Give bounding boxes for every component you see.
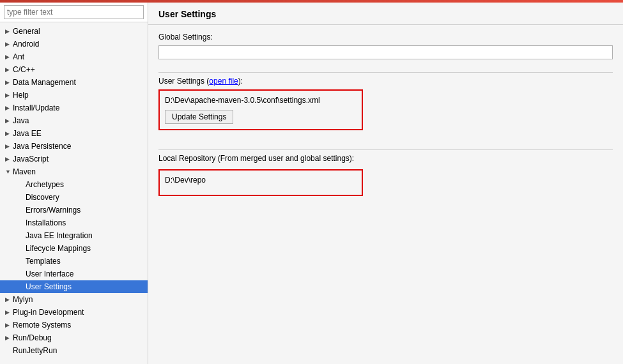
help-arrow-icon: ▶ [5, 92, 13, 98]
sidebar-item-errors-warnings[interactable]: Errors/Warnings [0, 204, 148, 216]
sidebar-item-maven[interactable]: ▼Maven [0, 165, 148, 178]
sidebar-item-runjettyrun[interactable]: RunJettyRun [0, 344, 148, 357]
android-arrow-icon: ▶ [5, 41, 13, 47]
sidebar-item-label-help: Help [13, 91, 148, 100]
sidebar-item-plug-in-development[interactable]: ▶Plug-in Development [0, 306, 148, 319]
sidebar-item-remote-systems[interactable]: ▶Remote Systems [0, 319, 148, 331]
content-panel: User Settings Global Settings: User Sett… [148, 3, 623, 364]
sidebar-item-label-run-debug: Run/Debug [13, 333, 148, 342]
local-repo-label: Local Repository (From merged user and g… [158, 154, 613, 163]
sidebar-item-label-java: Java [13, 116, 148, 125]
filter-input[interactable] [4, 5, 144, 19]
user-settings-box: D:\Dev\apache-maven-3.0.5\conf\settings.… [158, 89, 363, 130]
sidebar-item-java[interactable]: ▶Java [0, 114, 148, 127]
sidebar-item-label-user-interface: User Interface [26, 269, 148, 278]
java-arrow-icon: ▶ [5, 118, 13, 124]
sidebar-item-cpp[interactable]: ▶C/C++ [0, 63, 148, 76]
content-body: Global Settings: User Settings (open fil… [148, 25, 623, 364]
sidebar-item-data-management[interactable]: ▶Data Management [0, 76, 148, 89]
sidebar-item-label-data-management: Data Management [13, 78, 148, 87]
sidebar-item-label-templates: Templates [26, 257, 148, 266]
sidebar-item-label-install-update: Install/Update [13, 103, 148, 112]
local-repo-box: D:\Dev\repo [158, 169, 363, 196]
sidebar-item-label-user-settings: User Settings [26, 282, 148, 291]
run-debug-arrow-icon: ▶ [5, 335, 13, 341]
sidebar-item-label-java-ee: Java EE [13, 129, 148, 138]
divider2 [158, 149, 613, 150]
maven-arrow-icon: ▼ [5, 169, 13, 175]
sidebar-item-label-ant: Ant [13, 52, 148, 61]
sidebar-item-label-javascript: JavaScript [13, 155, 148, 163]
local-repo-path: D:\Dev\repo [165, 176, 357, 185]
sidebar-item-installations[interactable]: Installations [0, 216, 148, 229]
open-file-link[interactable]: open file [209, 77, 238, 86]
filter-input-wrap [0, 3, 148, 22]
sidebar-item-discovery[interactable]: Discovery [0, 191, 148, 204]
divider1 [158, 72, 613, 73]
sidebar-item-user-settings[interactable]: User Settings [0, 280, 148, 293]
sidebar-item-label-remote-systems: Remote Systems [13, 321, 148, 330]
data-management-arrow-icon: ▶ [5, 79, 13, 86]
sidebar-item-android[interactable]: ▶Android [0, 38, 148, 50]
sidebar-item-lifecycle-mappings[interactable]: Lifecycle Mappings [0, 242, 148, 255]
java-ee-arrow-icon: ▶ [5, 130, 13, 137]
sidebar-item-label-installations: Installations [26, 218, 148, 227]
global-settings-label: Global Settings: [158, 33, 613, 42]
user-settings-path: D:\Dev\apache-maven-3.0.5\conf\settings.… [165, 96, 357, 105]
sidebar-item-java-ee[interactable]: ▶Java EE [0, 127, 148, 140]
sidebar-item-label-android: Android [13, 40, 148, 49]
sidebar-item-label-java-persistence: Java Persistence [13, 142, 148, 151]
page-title: User Settings [158, 9, 613, 19]
update-settings-button[interactable]: Update Settings [165, 110, 233, 124]
sidebar-item-mylyn[interactable]: ▶Mylyn [0, 293, 148, 306]
sidebar-item-java-persistence[interactable]: ▶Java Persistence [0, 140, 148, 153]
main-layout: ▶General▶Android▶Ant▶C/C++▶Data Manageme… [0, 3, 623, 364]
install-update-arrow-icon: ▶ [5, 105, 13, 111]
sidebar-item-label-mylyn: Mylyn [13, 295, 148, 304]
sidebar: ▶General▶Android▶Ant▶C/C++▶Data Manageme… [0, 3, 148, 364]
sidebar-item-java-ee-integration[interactable]: Java EE Integration [0, 229, 148, 242]
sidebar-item-label-java-ee-integration: Java EE Integration [26, 231, 148, 240]
content-header: User Settings [148, 3, 623, 25]
ant-arrow-icon: ▶ [5, 54, 13, 60]
javascript-arrow-icon: ▶ [5, 156, 13, 162]
sidebar-item-label-plug-in-development: Plug-in Development [13, 308, 148, 317]
sidebar-item-archetypes[interactable]: Archetypes [0, 178, 148, 191]
sidebar-item-label-lifecycle-mappings: Lifecycle Mappings [26, 244, 148, 253]
sidebar-item-user-interface[interactable]: User Interface [0, 268, 148, 280]
sidebar-item-label-errors-warnings: Errors/Warnings [26, 206, 148, 215]
sidebar-item-label-general: General [13, 27, 148, 36]
sidebar-item-install-update[interactable]: ▶Install/Update [0, 102, 148, 114]
sidebar-item-label-maven: Maven [13, 167, 148, 176]
sidebar-item-run-debug[interactable]: ▶Run/Debug [0, 331, 148, 344]
sidebar-item-javascript[interactable]: ▶JavaScript [0, 153, 148, 165]
sidebar-item-label-discovery: Discovery [26, 193, 148, 202]
sidebar-tree: ▶General▶Android▶Ant▶C/C++▶Data Manageme… [0, 22, 148, 364]
sidebar-item-ant[interactable]: ▶Ant [0, 50, 148, 63]
sidebar-item-general[interactable]: ▶General [0, 25, 148, 38]
general-arrow-icon: ▶ [5, 28, 13, 34]
java-persistence-arrow-icon: ▶ [5, 143, 13, 149]
user-settings-label: User Settings (open file): [158, 77, 613, 86]
user-settings-text-end: ): [238, 77, 243, 86]
mylyn-arrow-icon: ▶ [5, 296, 13, 303]
sidebar-item-label-cpp: C/C++ [13, 65, 148, 74]
sidebar-item-templates[interactable]: Templates [0, 255, 148, 268]
sidebar-item-label-runjettyrun: RunJettyRun [13, 346, 148, 355]
user-settings-text: User Settings ( [158, 77, 209, 86]
plug-in-development-arrow-icon: ▶ [5, 309, 13, 315]
sidebar-item-help[interactable]: ▶Help [0, 89, 148, 102]
sidebar-item-label-archetypes: Archetypes [26, 180, 148, 189]
global-settings-input[interactable] [158, 45, 613, 59]
cpp-arrow-icon: ▶ [5, 66, 13, 73]
remote-systems-arrow-icon: ▶ [5, 322, 13, 328]
